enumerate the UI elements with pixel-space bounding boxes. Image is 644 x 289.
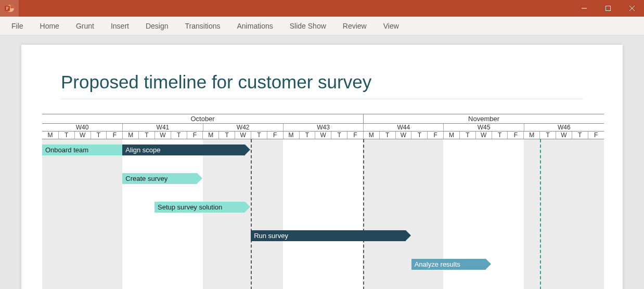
gantt-day-label: T <box>331 132 347 139</box>
gantt-day-label: F <box>347 132 363 139</box>
gantt-day-label: W <box>475 132 492 139</box>
gantt-task-bar[interactable]: Create survey <box>122 173 197 184</box>
gantt-day-label: T <box>171 132 187 139</box>
powerpoint-icon: P <box>5 4 14 13</box>
gantt-day-label: T <box>379 132 395 139</box>
slide-title[interactable]: Proposed timeline for customer survey <box>61 72 583 99</box>
gantt-body: Onboard teamAlign scopeCreate surveySetu… <box>42 139 604 289</box>
gantt-day-label: T <box>572 132 588 139</box>
ribbon-tab-view[interactable]: View <box>375 17 407 35</box>
gantt-month-label: October <box>42 114 363 123</box>
svg-text:P: P <box>6 6 9 11</box>
gantt-marker-line <box>363 139 364 289</box>
ribbon-tab-insert[interactable]: Insert <box>102 17 137 35</box>
gantt-shaded-column <box>524 139 604 289</box>
title-bar: P <box>0 0 644 17</box>
gantt-day-label: T <box>218 132 235 139</box>
gantt-day-row: MTWTFMTWTFMTWTFMTWTFMTWTFMTWTFMTWTF <box>42 132 604 139</box>
gantt-day-label: T <box>539 132 556 139</box>
gantt-day-label: T <box>459 132 475 139</box>
ribbon-tab-review[interactable]: Review <box>334 17 375 35</box>
gantt-shaded-column <box>42 139 122 289</box>
gantt-day-label: W <box>74 132 91 139</box>
gantt-task-bar[interactable]: Analyze results <box>411 259 486 270</box>
gantt-day-label: F <box>267 132 283 139</box>
gantt-chart[interactable]: OctoberNovember W40W41W42W43W44W45W46 MT… <box>42 114 604 289</box>
ribbon-tab-file[interactable]: File <box>3 17 32 35</box>
gantt-marker-line <box>251 139 252 289</box>
gantt-week-label: W44 <box>363 124 443 131</box>
ribbon-tab-transitions[interactable]: Transitions <box>177 17 229 35</box>
gantt-day-label: F <box>106 132 122 139</box>
gantt-day-label: T <box>492 132 508 139</box>
gantt-day-label: F <box>588 132 604 139</box>
ribbon-tab-animations[interactable]: Animations <box>229 17 281 35</box>
gantt-day-label: M <box>523 132 539 139</box>
gantt-header: OctoberNovember W40W41W42W43W44W45W46 MT… <box>42 114 604 139</box>
svg-rect-4 <box>606 6 611 11</box>
gantt-day-label: W <box>556 132 572 139</box>
gantt-marker-line <box>540 139 541 289</box>
ribbon-tab-slideshow[interactable]: Slide Show <box>281 17 334 35</box>
gantt-day-label: T <box>91 132 107 139</box>
gantt-day-label: M <box>42 132 58 139</box>
gantt-month-row: OctoberNovember <box>42 114 604 124</box>
gantt-week-label: W43 <box>283 124 363 131</box>
ribbon-tab-design[interactable]: Design <box>137 17 177 35</box>
slide[interactable]: Proposed timeline for customer survey Oc… <box>21 45 623 289</box>
slide-canvas-area[interactable]: Proposed timeline for customer survey Oc… <box>0 35 644 289</box>
window-controls <box>572 0 644 17</box>
gantt-day-label: W <box>395 132 411 139</box>
gantt-shaded-column <box>203 139 283 289</box>
gantt-day-label: M <box>202 132 218 139</box>
gantt-task-bar[interactable]: Align scope <box>122 144 245 155</box>
gantt-week-label: W41 <box>122 124 202 131</box>
gantt-day-label: M <box>443 132 459 139</box>
close-button[interactable] <box>620 0 644 17</box>
gantt-day-label: T <box>411 132 427 139</box>
gantt-week-label: W42 <box>203 124 283 131</box>
gantt-day-label: T <box>138 132 154 139</box>
gantt-month-label: November <box>363 114 604 123</box>
gantt-week-row: W40W41W42W43W44W45W46 <box>42 124 604 132</box>
gantt-day-label: W <box>315 132 331 139</box>
gantt-day-label: F <box>427 132 443 139</box>
ribbon-tab-grunt[interactable]: Grunt <box>68 17 102 35</box>
ribbon-tab-home[interactable]: Home <box>32 17 68 35</box>
minimize-button[interactable] <box>572 0 596 17</box>
gantt-week-label: W46 <box>524 124 604 131</box>
gantt-task-bar[interactable]: Onboard team <box>42 144 122 155</box>
gantt-day-label: W <box>235 132 251 139</box>
gantt-task-bar[interactable]: Run survey <box>251 230 406 241</box>
gantt-task-bar[interactable]: Setup survey solution <box>154 202 245 213</box>
gantt-day-label: T <box>251 132 267 139</box>
gantt-day-label: T <box>299 132 315 139</box>
gantt-day-label: W <box>154 132 171 139</box>
gantt-day-label: M <box>122 132 138 139</box>
gantt-day-label: T <box>58 132 74 139</box>
title-bar-left: P <box>0 0 19 17</box>
ribbon-tabs: File Home Grunt Insert Design Transition… <box>0 17 644 35</box>
gantt-week-label: W40 <box>42 124 122 131</box>
app-icon: P <box>0 0 19 17</box>
gantt-day-label: M <box>363 132 379 139</box>
gantt-day-label: M <box>283 132 299 139</box>
gantt-day-label: F <box>187 132 203 139</box>
gantt-week-label: W45 <box>443 124 523 131</box>
gantt-day-label: F <box>507 132 523 139</box>
maximize-button[interactable] <box>596 0 620 17</box>
